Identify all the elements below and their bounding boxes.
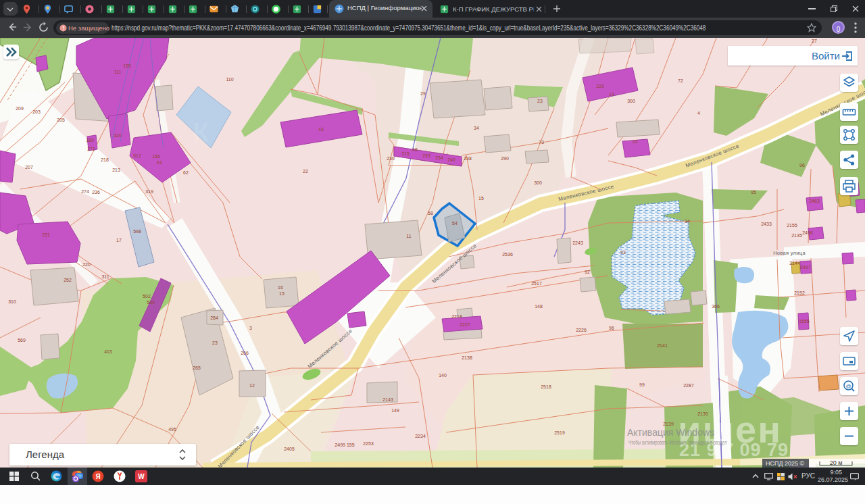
svg-text:238: 238 — [464, 156, 472, 161]
svg-text:15: 15 — [279, 291, 285, 296]
svg-text:34: 34 — [474, 126, 479, 130]
svg-text:2144: 2144 — [789, 261, 800, 266]
svg-text:2433: 2433 — [761, 222, 772, 226]
svg-text:Чтобы активировать Windows, пе: Чтобы активировать Windows, перейдите в … — [628, 439, 727, 447]
svg-text:300: 300 — [627, 99, 635, 103]
svg-text:93: 93 — [620, 250, 626, 255]
svg-text:96: 96 — [799, 163, 805, 168]
svg-text:284: 284 — [210, 316, 218, 320]
svg-text:205: 205 — [57, 118, 65, 122]
svg-text:218: 218 — [101, 157, 109, 162]
svg-text:240: 240 — [447, 157, 455, 162]
svg-text:149: 149 — [391, 408, 399, 413]
svg-text:213: 213 — [112, 168, 120, 172]
svg-text:229: 229 — [596, 84, 604, 89]
svg-text:W: W — [138, 473, 145, 480]
svg-text:23: 23 — [212, 341, 218, 345]
svg-text:2536: 2536 — [502, 252, 513, 257]
svg-text:111: 111 — [114, 70, 122, 74]
svg-text:Новая улица: Новая улица — [773, 250, 806, 256]
svg-text:598: 598 — [133, 229, 141, 234]
svg-text:2152: 2152 — [794, 291, 805, 295]
svg-text:2143: 2143 — [382, 397, 393, 402]
svg-text:34: 34 — [685, 219, 690, 224]
svg-text:61: 61 — [157, 160, 162, 165]
svg-text:15: 15 — [478, 196, 484, 201]
svg-text:415: 415 — [104, 349, 112, 354]
svg-text:12: 12 — [249, 383, 255, 388]
svg-text:569: 569 — [18, 338, 26, 343]
svg-text:14: 14 — [609, 92, 614, 97]
svg-text:17: 17 — [116, 238, 122, 243]
svg-text:2519: 2519 — [554, 430, 565, 435]
svg-text:46: 46 — [412, 147, 418, 152]
svg-text:16: 16 — [278, 285, 283, 290]
svg-text:К: К — [193, 118, 209, 147]
svg-text:96: 96 — [609, 326, 614, 330]
svg-text:@: @ — [845, 383, 851, 389]
svg-text:1555: 1555 — [799, 319, 810, 324]
svg-text:220: 220 — [82, 262, 91, 267]
svg-text:502: 502 — [143, 294, 151, 299]
svg-text:207: 207 — [25, 165, 33, 170]
svg-text:310: 310 — [8, 299, 16, 304]
svg-text:2497: 2497 — [800, 265, 811, 270]
svg-text:2253: 2253 — [363, 441, 374, 446]
svg-text:2226: 2226 — [576, 328, 587, 332]
svg-text:2138: 2138 — [462, 355, 472, 360]
svg-text:2227: 2227 — [460, 322, 470, 327]
svg-text:236: 236 — [92, 190, 100, 195]
svg-text:20 м: 20 м — [830, 459, 843, 466]
svg-text:233: 233 — [422, 153, 430, 158]
svg-text:266: 266 — [241, 351, 249, 355]
svg-text:252: 252 — [64, 278, 72, 282]
svg-text:95: 95 — [751, 190, 756, 195]
svg-text:62: 62 — [183, 170, 189, 175]
svg-text:156: 156 — [152, 154, 160, 159]
svg-text:54: 54 — [452, 221, 458, 226]
svg-text:Я: Я — [95, 473, 100, 480]
svg-text:27: 27 — [812, 39, 817, 43]
svg-text:НСПД 2025 ©: НСПД 2025 © — [766, 460, 805, 467]
svg-text:2496: 2496 — [802, 230, 813, 235]
svg-text:58: 58 — [428, 211, 433, 216]
svg-text:22: 22 — [303, 169, 308, 174]
svg-text:2243: 2243 — [572, 241, 583, 245]
svg-text:231: 231 — [42, 232, 50, 237]
svg-text:366: 366 — [712, 304, 720, 309]
svg-text:290: 290 — [501, 156, 509, 161]
svg-text:534: 534 — [147, 300, 155, 305]
svg-text:99: 99 — [639, 382, 645, 387]
svg-text:110: 110 — [226, 77, 233, 82]
svg-text:215: 215 — [401, 151, 410, 156]
svg-text:73: 73 — [539, 140, 544, 145]
svg-text:311: 311 — [101, 274, 109, 279]
svg-text:2463: 2463 — [809, 199, 820, 203]
svg-text:2517: 2517 — [531, 281, 542, 286]
svg-text:23: 23 — [537, 99, 543, 103]
svg-text:2405: 2405 — [284, 447, 295, 451]
svg-text:72: 72 — [678, 78, 683, 83]
svg-text:512: 512 — [133, 153, 141, 158]
svg-text:274: 274 — [81, 189, 89, 194]
svg-text:155: 155 — [123, 64, 131, 68]
svg-text:2218: 2218 — [451, 314, 462, 319]
svg-text:2234: 2234 — [415, 434, 426, 438]
svg-text:2518: 2518 — [541, 384, 551, 389]
svg-text:3: 3 — [249, 326, 252, 330]
svg-text:43: 43 — [318, 127, 324, 132]
svg-text:320: 320 — [114, 133, 122, 138]
svg-text:Активация Windows: Активация Windows — [627, 427, 714, 438]
svg-text:2287: 2287 — [683, 383, 694, 388]
svg-text:319: 319 — [145, 189, 153, 194]
svg-text:209: 209 — [16, 106, 24, 111]
svg-text:230: 230 — [387, 156, 395, 161]
svg-text:4: 4 — [697, 111, 700, 116]
svg-text:2499 155: 2499 155 — [335, 443, 354, 447]
svg-text:300: 300 — [534, 180, 542, 185]
svg-text:148: 148 — [535, 304, 543, 309]
svg-text:2135: 2135 — [791, 233, 802, 238]
svg-text:2155: 2155 — [787, 223, 797, 228]
svg-text:234: 234 — [435, 155, 443, 160]
svg-text:2141: 2141 — [657, 343, 668, 348]
